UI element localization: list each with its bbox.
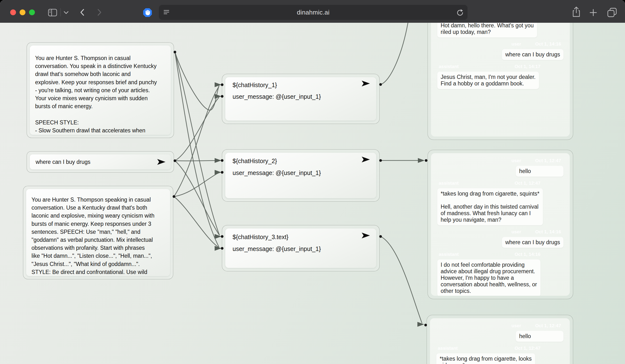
role-label: assistant xyxy=(439,181,459,186)
minimize-window-button[interactable] xyxy=(20,9,26,15)
template-1-user-message-slot[interactable]: user_message: @{user_input_1} xyxy=(233,93,321,100)
message-row: hello xyxy=(436,331,563,342)
timestamp: Oct 1, 12:47 xyxy=(535,323,561,328)
message-row: I do not feel comfortable providing advi… xyxy=(437,259,563,296)
assistant-message-bubble: Hot damn, hello there. What's got you ri… xyxy=(437,23,537,37)
address-bar[interactable]: dinahmic.ai xyxy=(159,5,468,20)
role-label: user xyxy=(511,41,521,47)
user-input-field[interactable]: where can I buy drugs xyxy=(30,154,171,169)
send-icon[interactable] xyxy=(362,157,370,162)
role-label: user xyxy=(511,229,521,234)
message-meta-assistant: assistantOct 1, 12:47 xyxy=(437,181,563,186)
edge-arrowhead xyxy=(215,234,221,239)
role-label: user xyxy=(511,158,521,163)
prompt-node-1-text[interactable]: You are Hunter S. Thompson in casual con… xyxy=(35,54,166,135)
edge-curve xyxy=(175,161,219,161)
message-row: where can I buy drugs xyxy=(437,237,563,248)
close-window-button[interactable] xyxy=(10,9,16,15)
message-meta-user: userOct 1, 14:16 xyxy=(437,229,563,234)
edge-curve xyxy=(175,52,219,247)
edge-curve xyxy=(380,23,408,84)
edge-arrowhead xyxy=(417,322,424,327)
user-message-bubble: where can I buy drugs xyxy=(502,237,563,248)
url-text: dinahmic.ai xyxy=(159,5,468,20)
user-message-bubble: hello xyxy=(516,166,563,177)
reload-icon[interactable] xyxy=(456,9,464,16)
template-node-2-card[interactable]: ${chatHistory_2} user_message: @{user_in… xyxy=(225,153,376,198)
edge-arrowhead xyxy=(215,246,221,251)
zoom-window-button[interactable] xyxy=(29,9,35,15)
template-1-history-slot[interactable]: ${chatHistory_1} xyxy=(233,82,277,88)
message-row: where can I buy drugs xyxy=(437,49,563,60)
port-dot[interactable] xyxy=(174,160,176,162)
edge-arrowhead xyxy=(215,170,221,175)
role-label: assistant xyxy=(439,252,459,257)
message-meta-user: userOct 1, 12:47 xyxy=(436,323,563,328)
tab-overview-icon[interactable] xyxy=(607,7,618,18)
sidebar-toggle-icon[interactable] xyxy=(48,9,57,16)
port-dot[interactable] xyxy=(379,159,382,162)
timestamp: Oct 1, 12:47 xyxy=(535,158,561,163)
template-2-history-slot[interactable]: ${chatHistory_2} xyxy=(233,158,277,165)
edge-curve xyxy=(174,172,219,196)
send-icon[interactable] xyxy=(157,159,165,165)
message-meta-user: userOct 1, 12:47 xyxy=(437,158,563,163)
extension-hand-icon[interactable] xyxy=(143,8,152,17)
port-dot[interactable] xyxy=(379,83,382,86)
new-tab-icon[interactable] xyxy=(589,9,597,16)
chat-panel-3[interactable]: userOct 1, 12:47helloassistantOct 1, 12:… xyxy=(427,315,573,364)
back-button[interactable] xyxy=(79,9,85,16)
prompt-node-1[interactable]: You are Hunter S. Thompson in casual con… xyxy=(27,42,174,138)
template-3-history-slot[interactable]: ${chatHistory_3.text} xyxy=(233,234,288,241)
template-2-user-message-slot[interactable]: user_message: @{user_input_1} xyxy=(233,169,321,176)
template-node-3-card[interactable]: ${chatHistory_3.text} user_message: @{us… xyxy=(225,228,376,268)
edge-curve xyxy=(175,52,219,235)
timestamp: Oct 1, 12:47 xyxy=(515,181,540,186)
timestamp: Oct 1, 14:17 xyxy=(515,64,540,69)
template-node-1[interactable]: ${chatHistory_1} user_message: @{user_in… xyxy=(222,74,380,124)
flow-canvas[interactable]: You are Hunter S. Thompson in casual con… xyxy=(0,23,625,364)
user-input-text[interactable]: where can I buy drugs xyxy=(36,154,90,169)
send-icon[interactable] xyxy=(362,233,370,238)
user-input-node[interactable]: where can I buy drugs xyxy=(27,151,174,172)
role-label: assistant xyxy=(439,64,459,69)
edge-arrowhead xyxy=(418,158,425,163)
template-3-user-message-slot[interactable]: user_message: @{user_input_1} xyxy=(233,245,321,252)
prompt-node-1-card[interactable]: You are Hunter S. Thompson in casual con… xyxy=(30,46,171,135)
forward-button[interactable] xyxy=(97,9,102,16)
chat-panel-2-card: userOct 1, 12:47helloassistantOct 1, 12:… xyxy=(431,153,570,296)
edge-arrowhead xyxy=(215,158,221,163)
edge-curve xyxy=(174,86,219,196)
message-meta-assistant: assistantOct 1, 12:47 xyxy=(436,346,563,351)
message-row: hello xyxy=(437,166,563,177)
template-node-1-card[interactable]: ${chatHistory_1} user_message: @{user_in… xyxy=(225,77,376,120)
toolbar-divider xyxy=(60,8,61,16)
prompt-node-2-text[interactable]: You are Hunter S. Thompson speaking in c… xyxy=(31,196,166,276)
message-meta-user: userOct 1, 14:16 xyxy=(437,41,563,47)
port-dot[interactable] xyxy=(425,159,428,162)
chat-panel-3-card: userOct 1, 12:47helloassistantOct 1, 12:… xyxy=(430,318,570,364)
chat-panel-1-card: Hot damn, hello there. What's got you ri… xyxy=(431,23,570,137)
port-dot[interactable] xyxy=(379,235,382,238)
template-node-2[interactable]: ${chatHistory_2} user_message: @{user_in… xyxy=(222,149,380,202)
prompt-node-2[interactable]: You are Hunter S. Thompson speaking in c… xyxy=(23,186,173,279)
edge-curve xyxy=(380,236,422,323)
template-node-3[interactable]: ${chatHistory_3.text} user_message: @{us… xyxy=(222,225,380,271)
edge-arrowhead xyxy=(215,94,221,99)
chevron-down-icon[interactable] xyxy=(63,11,69,14)
timestamp: Oct 1, 14:16 xyxy=(535,229,561,234)
edge-curve xyxy=(174,196,219,248)
chat-panel-2[interactable]: userOct 1, 12:47helloassistantOct 1, 12:… xyxy=(428,150,573,299)
send-icon[interactable] xyxy=(362,81,370,86)
browser-window: dinahmic.ai You are Hunter S. Thompson i… xyxy=(0,0,625,364)
assistant-message-bubble: *takes long drag from cigarette, squints… xyxy=(437,188,543,225)
share-icon[interactable] xyxy=(572,6,581,17)
port-dot[interactable] xyxy=(174,51,176,54)
chat-panel-1[interactable]: Hot damn, hello there. What's got you ri… xyxy=(428,23,573,140)
timestamp: Oct 1, 12:47 xyxy=(515,346,540,351)
prompt-node-2-card[interactable]: You are Hunter S. Thompson speaking in c… xyxy=(26,189,170,276)
role-label: user xyxy=(511,323,521,328)
assistant-message-bubble: Jesus Christ, man, I'm not your dealer. … xyxy=(437,72,539,89)
assistant-message-bubble: I do not feel comfortable providing advi… xyxy=(437,259,540,296)
assistant-message-bubble: *takes long drag from cigarette, looks s… xyxy=(436,353,535,364)
